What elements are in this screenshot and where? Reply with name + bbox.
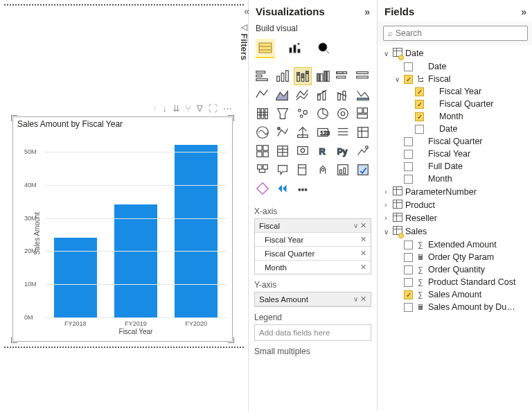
visual-type-6[interactable] xyxy=(254,87,271,103)
remove-icon[interactable]: ✕ xyxy=(360,263,366,272)
visual-type-21[interactable]: 123 xyxy=(314,124,331,141)
table-product[interactable]: ›Product xyxy=(380,198,531,211)
visual-type-24[interactable] xyxy=(254,143,271,159)
visual-toolbar: ↑ ↓ ⇊ ⑂ ∇ ⛶ ⋯ xyxy=(152,103,232,114)
visual-type-3[interactable] xyxy=(314,68,331,85)
plot-area: FY2018FY2019FY2020 Fiscal Year 0M10M20M3… xyxy=(45,135,227,317)
field-product-std-cost[interactable]: ∑Product Standard Cost xyxy=(380,276,531,288)
visual-type-26[interactable] xyxy=(294,143,311,159)
svg-rect-17 xyxy=(301,73,304,78)
svg-text:R: R xyxy=(319,146,326,157)
visual-type-27[interactable]: R xyxy=(314,143,331,159)
visual-type-5[interactable] xyxy=(355,68,371,85)
visual-type-25[interactable] xyxy=(274,143,291,159)
xaxis-group: Fiscal xyxy=(259,222,280,230)
remove-icon[interactable]: ✕ xyxy=(360,235,366,244)
format-visual-tab[interactable] xyxy=(285,39,304,58)
field-extended-amount[interactable]: ∑Extended Amount xyxy=(380,238,531,251)
field-order-qty-param[interactable]: 🖩Order Qty Param xyxy=(380,251,531,263)
visual-type-37[interactable] xyxy=(274,180,291,197)
visual-type-28[interactable]: Py xyxy=(335,143,351,159)
focus-icon[interactable]: ⛶ xyxy=(209,103,218,114)
expand-fields-pane-icon[interactable]: » xyxy=(521,6,526,17)
visual-type-23[interactable] xyxy=(355,124,371,141)
field-sales-amount-by-du[interactable]: 🖩Sales Amount by Du… xyxy=(380,301,531,313)
visual-type-34[interactable] xyxy=(335,161,351,178)
fields-search[interactable]: ⌕ xyxy=(383,26,528,41)
visual-type-31[interactable] xyxy=(274,161,291,178)
report-canvas[interactable]: « ◁ Filters ↑ ↓ ⇊ ⑂ ∇ ⛶ ⋯ Sales Amount b… xyxy=(0,0,248,411)
visual-type-35[interactable] xyxy=(355,161,371,178)
analytics-tab[interactable] xyxy=(314,39,333,58)
visual-type-9[interactable] xyxy=(314,87,331,103)
svg-rect-20 xyxy=(317,73,320,81)
field-date2[interactable]: Date xyxy=(380,123,531,135)
drilldown-icon[interactable]: ↓ xyxy=(163,103,168,114)
visual-type-29[interactable] xyxy=(355,143,371,159)
build-tab[interactable] xyxy=(256,39,275,58)
xaxis-well[interactable]: Fiscal∨ ✕ Fiscal Year✕ Fiscal Quarter✕ M… xyxy=(254,218,371,274)
remove-icon[interactable]: ✕ xyxy=(360,249,366,258)
field-fiscal-quarter-2[interactable]: Fiscal Quarter xyxy=(380,135,531,148)
hierarchy-icon[interactable]: ⑂ xyxy=(186,103,191,114)
table-date[interactable]: ∨Date xyxy=(380,46,531,60)
yaxis-well[interactable]: Sales Amount∨ ✕ xyxy=(254,292,371,307)
visual-type-14[interactable] xyxy=(294,105,311,122)
visual-type-19[interactable] xyxy=(274,124,291,141)
bar-slot[interactable]: FY2020 xyxy=(166,135,227,317)
field-date[interactable]: Date xyxy=(380,60,531,73)
visual-type-15[interactable] xyxy=(314,105,331,122)
visual-type-4[interactable] xyxy=(335,68,351,85)
filters-tab[interactable]: ◁ Filters xyxy=(239,22,249,62)
field-order-quantity[interactable]: ∑Order Quantity xyxy=(380,263,531,276)
visual-type-16[interactable] xyxy=(335,105,351,122)
visual-type-12[interactable] xyxy=(254,105,271,122)
visual-type-0[interactable] xyxy=(254,68,271,85)
field-sales-amount[interactable]: ∑Sales Amount xyxy=(380,288,531,301)
expand-vis-pane-icon[interactable]: » xyxy=(364,6,370,17)
filter-icon[interactable]: ∇ xyxy=(197,103,203,114)
visual-type-10[interactable] xyxy=(335,87,351,103)
collapse-pane-icon[interactable]: « xyxy=(244,6,249,17)
field-fiscal-quarter[interactable]: Fiscal Quarter xyxy=(380,98,531,110)
visual-type-8[interactable] xyxy=(294,87,311,103)
svg-rect-28 xyxy=(357,76,369,78)
visual-type-11[interactable] xyxy=(355,87,371,103)
visual-type-7[interactable] xyxy=(274,87,291,103)
visual-type-32[interactable] xyxy=(294,161,311,178)
drillup-icon[interactable]: ↑ xyxy=(152,103,157,114)
table-reseller[interactable]: ›Reseller xyxy=(380,211,531,225)
svg-rect-36 xyxy=(265,109,268,119)
remove-xgroup-icon[interactable]: ✕ xyxy=(360,221,366,229)
visual-type-13[interactable] xyxy=(274,105,291,122)
more-icon[interactable]: ⋯ xyxy=(223,103,232,114)
visual-type-17[interactable] xyxy=(355,105,371,122)
field-fiscal-year[interactable]: Fiscal Year xyxy=(380,85,531,98)
chart-visual[interactable]: ↑ ↓ ⇊ ⑂ ∇ ⛶ ⋯ Sales Amount by Fiscal Yea… xyxy=(12,116,233,342)
remove-icon[interactable]: ✕ xyxy=(360,295,366,303)
bar-slot[interactable]: FY2018 xyxy=(45,135,105,317)
table-sales[interactable]: ∨Sales xyxy=(380,225,531,238)
field-fiscal-year-2[interactable]: Fiscal Year xyxy=(380,148,531,160)
svg-point-42 xyxy=(341,112,345,116)
field-full-date[interactable]: Full Date xyxy=(380,160,531,173)
field-month-2[interactable]: Month xyxy=(380,173,531,185)
visual-type-38[interactable] xyxy=(294,180,311,197)
bar-slot[interactable]: FY2019 xyxy=(105,135,166,317)
search-input[interactable] xyxy=(396,28,523,38)
expand-all-icon[interactable]: ⇊ xyxy=(172,103,180,114)
legend-well[interactable]: Add data fields here xyxy=(254,324,371,341)
visual-type-2[interactable] xyxy=(294,68,311,85)
visual-type-20[interactable] xyxy=(294,124,311,141)
svg-point-81 xyxy=(305,189,307,191)
visual-type-36[interactable] xyxy=(254,180,271,197)
field-month[interactable]: Month xyxy=(380,110,531,123)
visual-type-33[interactable] xyxy=(314,161,331,178)
visual-type-22[interactable] xyxy=(335,124,351,141)
visual-type-18[interactable] xyxy=(254,124,271,141)
hierarchy-fiscal[interactable]: ∨Fiscal xyxy=(380,73,531,85)
visual-type-30[interactable] xyxy=(254,161,271,178)
visual-type-1[interactable] xyxy=(274,68,291,85)
svg-rect-31 xyxy=(338,94,341,100)
table-parameternumber[interactable]: ›ParameterNumber xyxy=(380,185,531,198)
